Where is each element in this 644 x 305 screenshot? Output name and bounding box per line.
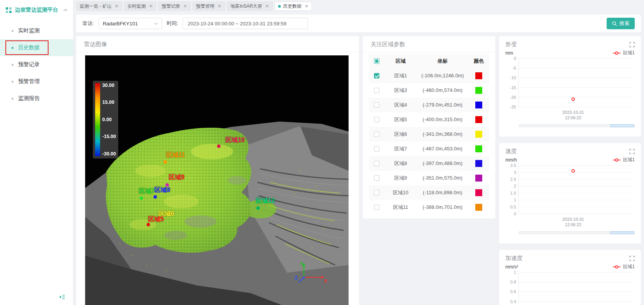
- row-checkbox-cell: [369, 117, 384, 122]
- x-tick-label: 12:06:22: [565, 222, 582, 227]
- area-row-checkbox[interactable]: [374, 146, 379, 152]
- region-dot-区域12[interactable]: [257, 206, 260, 210]
- chart-legend[interactable]: 区域1: [612, 157, 635, 163]
- select-all-checkbox[interactable]: [374, 58, 379, 64]
- row-checkbox-cell: [369, 132, 384, 137]
- radar-label: 雷达:: [82, 20, 94, 27]
- close-tab-icon[interactable]: ✕: [115, 4, 119, 8]
- row-checkbox-cell: [369, 73, 384, 78]
- close-tab-icon[interactable]: ✕: [265, 4, 269, 8]
- expand-icon[interactable]: [629, 256, 635, 261]
- region-label-区域10: 区域10: [225, 136, 245, 144]
- area-color-swatch: [475, 204, 482, 211]
- datazoom-scrollbar[interactable]: [518, 231, 635, 234]
- main-area: 监测一览 - 矿山✕实时监测✕预警记录✕预警管理✕地基InSAR大屏✕历史数据✕…: [73, 0, 644, 305]
- tab-bar: 监测一览 - 矿山✕实时监测✕预警记录✕预警管理✕地基InSAR大屏✕历史数据✕: [73, 0, 644, 12]
- area-coordinates: (-400.0m,315.0m): [417, 115, 468, 125]
- area-row-checkbox[interactable]: [374, 88, 379, 93]
- chart-title: 加速度: [505, 255, 523, 262]
- area-color-swatch: [475, 87, 482, 94]
- tab-label: 实时监测: [127, 3, 146, 10]
- region-dot-区域5[interactable]: [147, 223, 150, 227]
- datazoom-handle[interactable]: [610, 231, 634, 234]
- y-tick-label: -10: [510, 75, 516, 80]
- legend-marker-icon: [612, 158, 621, 162]
- area-name: 区域6: [384, 129, 417, 139]
- area-name: 区域10: [384, 188, 417, 198]
- close-tab-icon[interactable]: ✕: [149, 4, 153, 8]
- sidebar-item-label: 实时监测: [18, 27, 40, 34]
- region-dot-区域7[interactable]: [139, 196, 143, 200]
- chart-unit-label: mm/s²: [505, 264, 518, 270]
- tab-history-data[interactable]: 历史数据✕: [275, 2, 312, 11]
- area-row-checkbox[interactable]: [374, 161, 379, 166]
- data-point[interactable]: [572, 98, 575, 100]
- row-checkbox-cell: [369, 102, 384, 108]
- chart-canvas: 10.80.60.40.20: [505, 270, 635, 305]
- area-color-cell: [468, 71, 489, 81]
- area-row-checkbox[interactable]: [374, 132, 379, 137]
- tab-overview-mine[interactable]: 监测一览 - 矿山✕: [76, 2, 122, 11]
- datazoom-handle[interactable]: [610, 124, 634, 127]
- table-row: 区域11(-388.0m,701.0m): [369, 200, 489, 215]
- tab-label: 预警记录: [162, 3, 180, 10]
- area-coordinates: (-341.0m,368.0m): [417, 129, 468, 139]
- chevron-up-icon[interactable]: [63, 8, 68, 12]
- area-name: 区域11: [384, 202, 417, 212]
- close-tab-icon[interactable]: ✕: [218, 4, 221, 8]
- y-tick-label: 0.5: [510, 205, 516, 209]
- sidebar-item-realtime-monitor[interactable]: 实时监测: [0, 22, 73, 39]
- legend-marker-icon: [612, 265, 621, 269]
- region-label-区域11: 区域11: [166, 151, 185, 159]
- chart-canvas: 3.532.521.510.502023-10-3112:06:22: [505, 163, 635, 230]
- active-tab-dot-icon: [278, 5, 281, 8]
- menu-bullet-icon: [12, 64, 13, 66]
- area-row-checkbox[interactable]: [374, 73, 379, 78]
- expand-icon[interactable]: [629, 149, 635, 154]
- region-dot-区域11[interactable]: [163, 160, 167, 164]
- area-coordinates: (-388.0m,701.0m): [417, 202, 468, 212]
- x-tick-label: 12:06:22: [565, 115, 582, 120]
- filter-bar: 雷达: RadarBFKY101 时间: 2023-10-24 00:00:00…: [76, 15, 641, 32]
- radar-3d-view[interactable]: 30.0015.000.00-15.00-30.00 区域10区域11区域9区域…: [85, 55, 349, 305]
- tab-insar-screen[interactable]: 地基InSAR大屏✕: [227, 2, 273, 11]
- close-tab-icon[interactable]: ✕: [183, 4, 187, 8]
- datazoom-scrollbar[interactable]: [518, 124, 635, 127]
- axis-x-label: X: [324, 278, 327, 284]
- collapse-sidebar-icon[interactable]: [59, 293, 65, 300]
- area-color-swatch: [475, 72, 482, 79]
- y-tick-label: -5: [512, 66, 516, 70]
- expand-icon[interactable]: [629, 42, 635, 47]
- area-coordinates: (-351.0m,575.0m): [417, 173, 468, 183]
- area-name: 区域9: [384, 173, 417, 183]
- data-point[interactable]: [572, 170, 575, 172]
- sidebar-item-monitor-report[interactable]: 监测报告: [0, 90, 73, 107]
- region-dot-区域8[interactable]: [153, 195, 157, 198]
- area-row-checkbox[interactable]: [374, 102, 379, 108]
- chart-legend[interactable]: 区域1: [612, 50, 635, 56]
- close-tab-icon[interactable]: ✕: [305, 4, 309, 8]
- table-row: 区域10(-118.0m,898.0m): [369, 185, 489, 200]
- area-coordinates: (-106.0m,1246.0m): [417, 71, 468, 81]
- tab-realtime-monitor[interactable]: 实时监测✕: [124, 2, 156, 11]
- y-tick-label: 0: [514, 212, 516, 216]
- chart-legend[interactable]: 区域1: [612, 263, 635, 270]
- sidebar-item-history-data[interactable]: 历史数据: [0, 39, 73, 56]
- tab-alert-records[interactable]: 预警记录✕: [158, 2, 191, 11]
- area-row-checkbox[interactable]: [374, 175, 379, 181]
- sidebar-item-alert-management[interactable]: 预警管理: [0, 73, 73, 90]
- area-row-checkbox[interactable]: [374, 117, 379, 122]
- sidebar-item-alert-records[interactable]: 预警记录: [0, 56, 73, 73]
- radar-image-panel: 雷达图像: [76, 36, 359, 305]
- time-range-input[interactable]: 2023-10-24 00:00:00 ~ 2023-10-31 23:59:5…: [183, 18, 308, 29]
- region-dot-区域10[interactable]: [217, 144, 221, 148]
- area-row-checkbox[interactable]: [374, 205, 379, 210]
- y-tick-label: -15: [510, 85, 516, 90]
- tab-alert-management[interactable]: 预警管理✕: [193, 2, 225, 11]
- area-row-checkbox[interactable]: [374, 190, 379, 195]
- y-tick-label: 3: [514, 170, 516, 175]
- region-label-区域5: 区域5: [148, 215, 164, 223]
- search-button[interactable]: 搜索: [607, 18, 635, 29]
- acceleration-chart-panel: 加速度 mm/s² 区域1: [499, 250, 641, 305]
- radar-select[interactable]: RadarBFKY101: [99, 18, 162, 29]
